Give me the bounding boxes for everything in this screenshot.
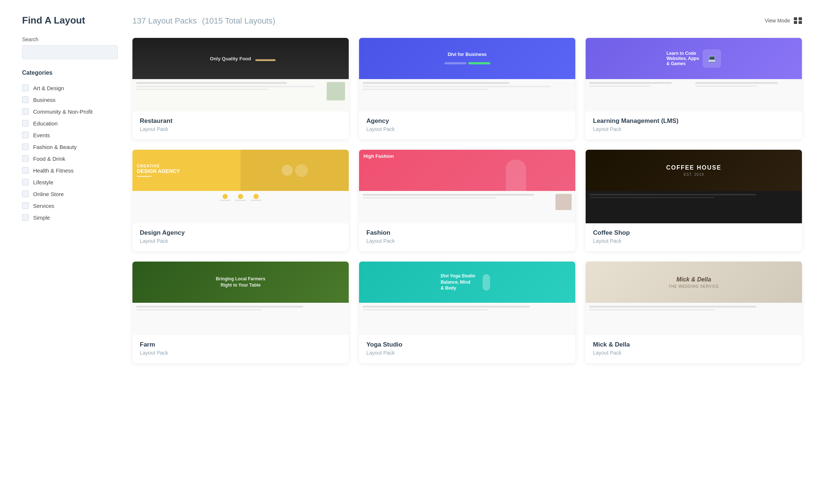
- card-title-coffee-shop: Coffee Shop: [593, 229, 795, 237]
- card-subtitle-mick-della: Layout Pack: [593, 350, 795, 356]
- card-title-design-agency: Design Agency: [140, 229, 341, 237]
- categories-list: Art & Design Business Community & Non-Pr…: [22, 82, 118, 223]
- card-subtitle-yoga: Layout Pack: [366, 350, 568, 356]
- category-item-health-fitness[interactable]: Health & Fitness: [22, 164, 118, 176]
- card-preview-lms: Learn to CodeWebsites, Apps& Games 💻: [586, 38, 802, 111]
- card-subtitle-coffee-shop: Layout Pack: [593, 238, 795, 244]
- category-item-art-design[interactable]: Art & Design: [22, 82, 118, 94]
- category-item-lifestyle[interactable]: Lifestyle: [22, 176, 118, 188]
- card-subtitle-fashion: Layout Pack: [366, 238, 568, 244]
- svg-rect-0: [794, 17, 797, 20]
- card-design-agency[interactable]: CREATIVE DESIGN AGENCY: [132, 150, 349, 251]
- view-mode-label: View Mode: [765, 18, 790, 24]
- category-name-business: Business: [33, 97, 56, 103]
- category-item-online-store[interactable]: Online Store: [22, 188, 118, 200]
- card-subtitle-design-agency: Layout Pack: [140, 238, 341, 244]
- svg-rect-2: [794, 21, 797, 24]
- card-info-agency: Agency Layout Pack: [359, 111, 575, 139]
- card-preview-agency: Divi for Business: [359, 38, 575, 111]
- category-name-online-store: Online Store: [33, 191, 64, 197]
- sidebar: Find A Layout Search Categories Art & De…: [22, 15, 118, 363]
- category-item-simple[interactable]: Simple: [22, 212, 118, 223]
- category-name-lifestyle: Lifestyle: [33, 179, 53, 185]
- category-name-community: Community & Non-Profit: [33, 109, 93, 115]
- categories-label: Categories: [22, 70, 118, 76]
- layout-count-total: (1015 Total Layouts): [202, 16, 275, 25]
- sidebar-title: Find A Layout: [22, 15, 118, 26]
- card-title-lms: Learning Management (LMS): [593, 117, 795, 125]
- category-item-services[interactable]: Services: [22, 200, 118, 212]
- svg-rect-3: [799, 21, 802, 24]
- card-preview-fashion: High Fashion: [359, 150, 575, 223]
- search-input[interactable]: [22, 45, 118, 59]
- card-title-yoga: Yoga Studio: [366, 341, 568, 348]
- card-title-restaurant: Restaurant: [140, 117, 341, 125]
- category-checkbox-education[interactable]: [22, 120, 29, 127]
- category-checkbox-health-fitness[interactable]: [22, 167, 29, 174]
- layout-count-number: 137 Layout Packs: [132, 16, 197, 25]
- card-lms[interactable]: Learn to CodeWebsites, Apps& Games 💻: [586, 38, 802, 139]
- card-yoga[interactable]: Divi Yoga StudioBalance, Mind& Body Yoga…: [359, 262, 575, 363]
- category-checkbox-simple[interactable]: [22, 214, 29, 221]
- category-checkbox-events[interactable]: [22, 132, 29, 138]
- card-info-restaurant: Restaurant Layout Pack: [132, 111, 349, 139]
- card-subtitle-agency: Layout Pack: [366, 126, 568, 132]
- category-checkbox-food-drink[interactable]: [22, 155, 29, 162]
- card-subtitle-lms: Layout Pack: [593, 126, 795, 132]
- category-name-education: Education: [33, 120, 58, 127]
- card-title-mick-della: Mick & Della: [593, 341, 795, 348]
- main-content: 137 Layout Packs (1015 Total Layouts) Vi…: [132, 15, 802, 363]
- card-preview-yoga: Divi Yoga StudioBalance, Mind& Body: [359, 262, 575, 335]
- category-checkbox-art-design[interactable]: [22, 85, 29, 91]
- card-title-fashion: Fashion: [366, 229, 568, 237]
- card-title-farm: Farm: [140, 341, 341, 348]
- category-item-education[interactable]: Education: [22, 117, 118, 129]
- card-coffee-shop[interactable]: COFFEE HOUSE EST. 2019 Coffee Shop Layou…: [586, 150, 802, 251]
- card-preview-farm: Bringing Local FarmersRight to Your Tabl…: [132, 262, 349, 335]
- category-item-business[interactable]: Business: [22, 94, 118, 106]
- card-info-mick-della: Mick & Della Layout Pack: [586, 335, 802, 363]
- card-restaurant[interactable]: Only Quality Food Restaurant Layout Pack: [132, 38, 349, 139]
- card-preview-restaurant: Only Quality Food: [132, 38, 349, 111]
- category-name-simple: Simple: [33, 214, 50, 221]
- category-name-fashion-beauty: Fashion & Beauty: [33, 144, 77, 150]
- card-info-farm: Farm Layout Pack: [132, 335, 349, 363]
- category-name-services: Services: [33, 203, 54, 209]
- category-item-events[interactable]: Events: [22, 129, 118, 141]
- card-info-design-agency: Design Agency Layout Pack: [132, 223, 349, 251]
- card-preview-design-agency: CREATIVE DESIGN AGENCY: [132, 150, 349, 223]
- card-info-coffee-shop: Coffee Shop Layout Pack: [586, 223, 802, 251]
- card-mick-della[interactable]: Mick & Della THE WEDDING SERVICE Mick & …: [586, 262, 802, 363]
- category-item-fashion-beauty[interactable]: Fashion & Beauty: [22, 141, 118, 153]
- category-name-health-fitness: Health & Fitness: [33, 167, 74, 174]
- card-agency[interactable]: Divi for Business Agency Layout Pack: [359, 38, 575, 139]
- category-item-food-drink[interactable]: Food & Drink: [22, 153, 118, 164]
- card-fashion[interactable]: High Fashion Fashion Layout Pack: [359, 150, 575, 251]
- category-checkbox-business[interactable]: [22, 96, 29, 103]
- card-title-agency: Agency: [366, 117, 568, 125]
- card-farm[interactable]: Bringing Local FarmersRight to Your Tabl…: [132, 262, 349, 363]
- card-preview-coffee-shop: COFFEE HOUSE EST. 2019: [586, 150, 802, 223]
- card-info-yoga: Yoga Studio Layout Pack: [359, 335, 575, 363]
- search-label: Search: [22, 36, 118, 42]
- category-checkbox-community[interactable]: [22, 108, 29, 115]
- cards-grid: Only Quality Food Restaurant Layout Pack: [132, 38, 802, 363]
- card-subtitle-farm: Layout Pack: [140, 350, 341, 356]
- category-checkbox-fashion-beauty[interactable]: [22, 143, 29, 150]
- svg-rect-1: [799, 17, 802, 20]
- main-header: 137 Layout Packs (1015 Total Layouts) Vi…: [132, 15, 802, 26]
- grid-icon: [794, 17, 802, 24]
- category-name-events: Events: [33, 132, 50, 138]
- card-subtitle-restaurant: Layout Pack: [140, 126, 341, 132]
- category-name-art-design: Art & Design: [33, 85, 64, 91]
- card-preview-mick-della: Mick & Della THE WEDDING SERVICE: [586, 262, 802, 335]
- card-info-fashion: Fashion Layout Pack: [359, 223, 575, 251]
- category-name-food-drink: Food & Drink: [33, 156, 65, 162]
- category-checkbox-online-store[interactable]: [22, 191, 29, 197]
- card-info-lms: Learning Management (LMS) Layout Pack: [586, 111, 802, 139]
- category-item-community[interactable]: Community & Non-Profit: [22, 106, 118, 117]
- view-mode-button[interactable]: View Mode: [765, 17, 802, 24]
- layout-count: 137 Layout Packs (1015 Total Layouts): [132, 15, 275, 26]
- category-checkbox-services[interactable]: [22, 202, 29, 209]
- category-checkbox-lifestyle[interactable]: [22, 179, 29, 185]
